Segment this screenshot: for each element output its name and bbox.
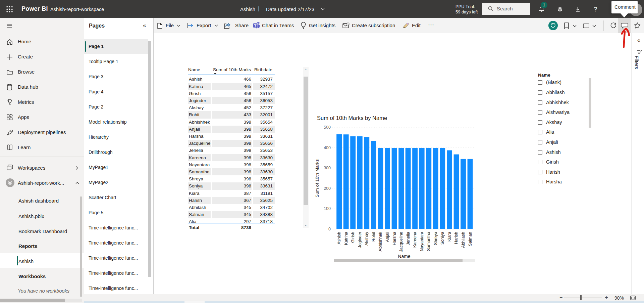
svg-text:Soniya: Soniya (440, 232, 445, 245)
svg-text:Anjali: Anjali (385, 232, 390, 242)
svg-text:Girish: Girish (351, 232, 355, 243)
svg-text:Harish: Harish (454, 232, 459, 244)
svg-text:Jenelia: Jenelia (406, 232, 411, 245)
svg-text:100: 100 (324, 206, 331, 211)
svg-text:200: 200 (324, 186, 331, 191)
svg-text:400: 400 (324, 145, 331, 150)
svg-text:Katrina: Katrina (344, 232, 348, 245)
svg-text:Nayantara: Nayantara (420, 232, 424, 251)
svg-text:Rohit: Rohit (371, 231, 376, 242)
svg-text:Jacqueline: Jacqueline (399, 232, 404, 252)
svg-text:Kareena: Kareena (413, 232, 417, 248)
svg-text:0: 0 (328, 227, 331, 231)
svg-text:Abhilash: Abhilash (461, 232, 466, 248)
svg-text:Kiara: Kiara (447, 232, 452, 242)
svg-text:500: 500 (324, 125, 331, 130)
svg-text:Abhishhek: Abhishhek (378, 231, 383, 251)
svg-text:Samantha: Samantha (426, 232, 431, 251)
svg-text:Harsha: Harsha (392, 232, 397, 245)
svg-text:Shreya: Shreya (433, 232, 438, 245)
svg-text:Salman: Salman (468, 232, 473, 246)
svg-text:Sum of 10th Marks: Sum of 10th Marks (315, 159, 320, 198)
svg-text:300: 300 (324, 166, 331, 170)
svg-text:Ashish: Ashish (337, 232, 341, 245)
svg-text:Sum of 10th Marks by Name: Sum of 10th Marks by Name (317, 115, 387, 121)
svg-text:Name: Name (398, 254, 411, 259)
svg-text:Akshay: Akshay (364, 231, 369, 246)
svg-text:Joginder: Joginder (358, 232, 362, 248)
